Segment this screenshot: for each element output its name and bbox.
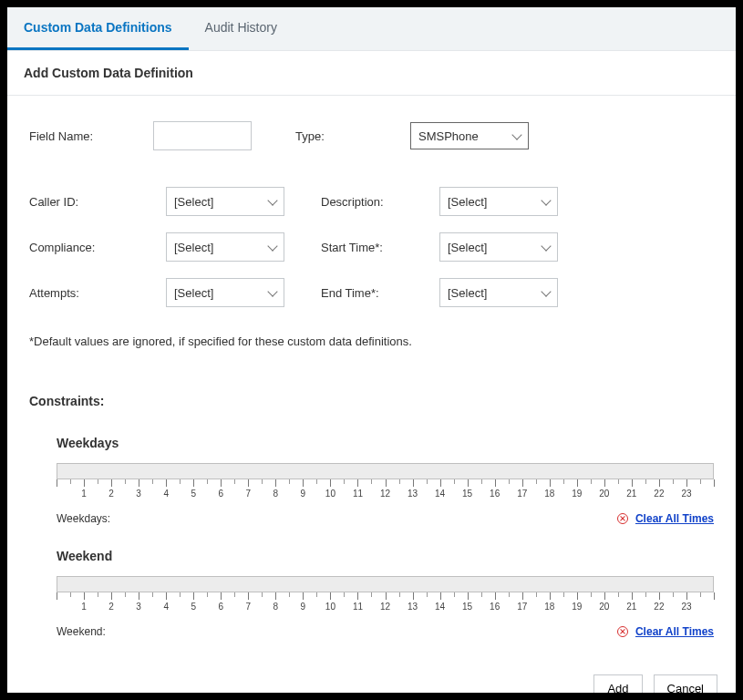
weekdays-timeline[interactable]: [57, 463, 714, 479]
note-default-values: *Default values are ignored, if specifie…: [29, 335, 714, 348]
weekdays-footer: Weekdays: Clear All Times: [57, 512, 714, 525]
tab-audit-history[interactable]: Audit History: [189, 7, 294, 50]
label-attempts: Attempts:: [29, 286, 166, 300]
label-start-time: Start Time*:: [321, 241, 439, 254]
hour-label: 12: [380, 602, 390, 612]
hour-label: 22: [654, 602, 664, 612]
hour-label: 13: [408, 602, 418, 612]
chevron-down-icon: [541, 241, 551, 251]
hour-label: 5: [191, 602, 196, 612]
section-weekdays: Weekdays 1234567891011121314151617181920…: [29, 436, 714, 525]
select-description-value: [Select]: [448, 195, 487, 209]
select-caller-id[interactable]: [Select]: [166, 187, 284, 216]
clear-all-times-weekdays[interactable]: Clear All Times: [635, 512, 714, 525]
page-title: Add Custom Data Definition: [7, 51, 736, 96]
chevron-down-icon: [267, 241, 277, 251]
hour-label: 7: [246, 489, 252, 499]
select-start-time-value: [Select]: [448, 241, 487, 254]
hour-label: 15: [462, 602, 472, 612]
hour-label: 23: [681, 489, 691, 499]
constraints-heading: Constraints:: [29, 394, 714, 408]
hour-label: 4: [163, 602, 169, 612]
hour-label: 8: [273, 489, 279, 499]
hour-label: 18: [544, 602, 554, 612]
select-end-time[interactable]: [Select]: [439, 278, 558, 307]
weekend-timeline[interactable]: [57, 576, 714, 592]
hour-label: 16: [490, 602, 500, 612]
select-type-value: SMSPhone: [418, 129, 479, 143]
weekend-footer: Weekend: Clear All Times: [57, 625, 714, 638]
hour-label: 10: [325, 602, 335, 612]
weekend-footer-label: Weekend:: [57, 625, 106, 638]
hour-label: 14: [435, 602, 445, 612]
hour-label: 11: [353, 602, 363, 612]
hour-label: 19: [572, 602, 582, 612]
hour-label: 18: [544, 489, 554, 499]
hour-label: 14: [435, 489, 445, 499]
hour-label: 6: [218, 489, 223, 499]
select-compliance-value: [Select]: [174, 241, 213, 254]
select-description[interactable]: [Select]: [439, 187, 558, 216]
tab-bar: Custom Data Definitions Audit History: [7, 7, 736, 51]
hour-label: 15: [462, 489, 472, 499]
select-attempts-value: [Select]: [174, 286, 213, 300]
hour-label: 7: [246, 602, 252, 612]
select-compliance[interactable]: [Select]: [166, 232, 284, 262]
cancel-button[interactable]: Cancel: [654, 674, 717, 693]
hour-label: 2: [108, 602, 114, 612]
chevron-down-icon: [267, 195, 277, 205]
hour-label: 19: [572, 489, 582, 499]
section-weekend: Weekend 12345678910111213141516171819202…: [29, 549, 714, 638]
select-end-time-value: [Select]: [448, 286, 487, 300]
chevron-down-icon: [511, 129, 521, 139]
hour-label: 23: [681, 602, 691, 612]
hour-label: 17: [517, 602, 527, 612]
hour-label: 1: [81, 602, 87, 612]
weekend-title: Weekend: [57, 549, 714, 563]
field-grid: Caller ID: [Select] Description: [Select…: [29, 187, 714, 307]
hour-label: 22: [654, 489, 664, 499]
select-type[interactable]: SMSPhone: [410, 122, 529, 149]
tab-custom-data-definitions[interactable]: Custom Data Definitions: [7, 7, 189, 50]
select-attempts[interactable]: [Select]: [166, 278, 284, 307]
hour-label: 12: [380, 489, 390, 499]
weekdays-footer-label: Weekdays:: [57, 512, 110, 525]
weekdays-title: Weekdays: [57, 436, 714, 450]
select-start-time[interactable]: [Select]: [439, 232, 558, 262]
hour-label: 3: [136, 489, 141, 499]
dialog-footer: Add Cancel: [7, 656, 736, 693]
hour-label: 2: [108, 489, 114, 499]
add-button[interactable]: Add: [593, 674, 642, 693]
clear-icon[interactable]: [617, 513, 628, 524]
hour-label: 5: [191, 489, 196, 499]
input-field-name[interactable]: [153, 121, 252, 150]
row-top: Field Name: Type: SMSPhone: [29, 121, 714, 150]
weekdays-ruler: 1234567891011121314151617181920212223: [57, 479, 714, 507]
hour-label: 4: [163, 489, 169, 499]
label-end-time: End Time*:: [321, 286, 439, 300]
clear-icon[interactable]: [617, 626, 628, 637]
hour-label: 17: [517, 489, 527, 499]
label-caller-id: Caller ID:: [29, 195, 166, 209]
label-compliance: Compliance:: [29, 241, 166, 254]
chevron-down-icon: [267, 286, 277, 296]
hour-label: 16: [490, 489, 500, 499]
hour-label: 20: [599, 489, 609, 499]
label-type: Type:: [295, 129, 410, 143]
hour-label: 11: [353, 489, 363, 499]
hour-label: 20: [599, 602, 609, 612]
hour-label: 13: [408, 489, 418, 499]
hour-label: 9: [301, 489, 306, 499]
clear-all-times-weekend[interactable]: Clear All Times: [635, 625, 714, 638]
hour-label: 8: [273, 602, 279, 612]
label-field-name: Field Name:: [29, 129, 153, 143]
select-caller-id-value: [Select]: [174, 195, 213, 209]
weekend-ruler: 1234567891011121314151617181920212223: [57, 592, 714, 620]
form-content: Field Name: Type: SMSPhone Caller ID: [S…: [7, 96, 736, 656]
hour-label: 3: [136, 602, 141, 612]
hour-label: 21: [626, 489, 636, 499]
hour-label: 1: [81, 489, 87, 499]
label-description: Description:: [321, 195, 439, 209]
chevron-down-icon: [541, 286, 551, 296]
hour-label: 9: [301, 602, 306, 612]
